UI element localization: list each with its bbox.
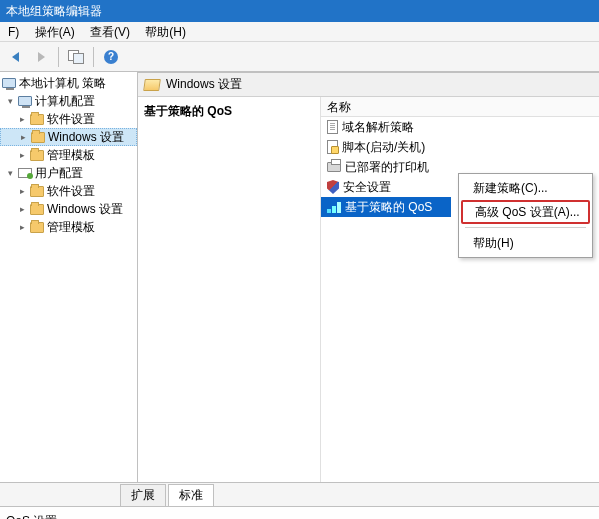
- tree-cc-windows[interactable]: ▸ Windows 设置: [0, 128, 137, 146]
- navigation-tree[interactable]: 本地计算机 策略 ▾ 计算机配置 ▸ 软件设置 ▸ Windows 设置 ▸ 管…: [0, 72, 138, 482]
- list-item-label: 脚本(启动/关机): [342, 139, 425, 156]
- tree-cc-software[interactable]: ▸ 软件设置: [0, 110, 137, 128]
- toolbar-panes-button[interactable]: [65, 46, 87, 68]
- folder-icon: [30, 150, 44, 161]
- tree-label: 管理模板: [47, 147, 95, 164]
- tree-cc-admin[interactable]: ▸ 管理模板: [0, 146, 137, 164]
- tree-label: Windows 设置: [47, 201, 123, 218]
- content-header-title: Windows 设置: [166, 76, 242, 93]
- toolbar-back-button[interactable]: [4, 46, 26, 68]
- folder-icon: [30, 186, 44, 197]
- help-icon: ?: [104, 50, 118, 64]
- tree-uc-windows[interactable]: ▸ Windows 设置: [0, 200, 137, 218]
- items-column: 名称 域名解析策略 脚本(启动/关机) 已部署的打印机 安全设置: [320, 97, 599, 482]
- script-icon: [327, 140, 338, 154]
- toolbar-help-button[interactable]: ?: [100, 46, 122, 68]
- computer-icon: [2, 78, 16, 88]
- menu-action[interactable]: 操作(A): [29, 22, 81, 42]
- menu-file[interactable]: F): [2, 22, 25, 42]
- menu-help[interactable]: 帮助(H): [139, 22, 192, 42]
- context-menu: 新建策略(C)... 高级 QoS 设置(A)... 帮助(H): [458, 173, 593, 258]
- tree-label: 软件设置: [47, 111, 95, 128]
- user-config-icon: [18, 168, 32, 178]
- list-item-label: 基于策略的 QoS: [345, 199, 432, 216]
- panes-icon: [68, 50, 84, 64]
- expander-icon[interactable]: ▸: [18, 205, 27, 214]
- arrow-forward-icon: [38, 52, 45, 62]
- toolbar: ?: [0, 42, 599, 72]
- ctx-advanced-qos[interactable]: 高级 QoS 设置(A)...: [461, 200, 590, 224]
- expander-icon[interactable]: ▸: [18, 115, 27, 124]
- tree-label: Windows 设置: [48, 129, 124, 146]
- list-item-scripts[interactable]: 脚本(启动/关机): [321, 137, 599, 157]
- ctx-new-policy[interactable]: 新建策略(C)...: [461, 176, 590, 200]
- expander-icon[interactable]: ▸: [19, 133, 28, 142]
- tab-standard[interactable]: 标准: [168, 484, 214, 506]
- folder-icon: [31, 132, 45, 143]
- tree-label: 软件设置: [47, 183, 95, 200]
- qos-icon: [327, 201, 341, 213]
- expander-icon[interactable]: ▸: [18, 223, 27, 232]
- list-item-qos[interactable]: 基于策略的 QoS: [321, 197, 451, 217]
- status-bar: QoS 设置: [0, 506, 599, 519]
- tree-uc-software[interactable]: ▸ 软件设置: [0, 182, 137, 200]
- menu-bar: F) 操作(A) 查看(V) 帮助(H): [0, 22, 599, 42]
- shield-icon: [327, 180, 339, 194]
- context-menu-separator: [465, 227, 586, 228]
- arrow-back-icon: [12, 52, 19, 62]
- printer-icon: [327, 162, 341, 172]
- ctx-help[interactable]: 帮助(H): [461, 231, 590, 255]
- toolbar-separator: [58, 47, 59, 67]
- content-pane: Windows 设置 基于策略的 QoS 名称 域名解析策略 脚本(启动/关机)…: [138, 72, 599, 482]
- tree-root[interactable]: 本地计算机 策略: [0, 74, 137, 92]
- tree-label: 计算机配置: [35, 93, 95, 110]
- tree-user-config[interactable]: ▾ 用户配置: [0, 164, 137, 182]
- tree-label: 用户配置: [35, 165, 83, 182]
- window-title: 本地组策略编辑器: [6, 4, 102, 18]
- tree-label: 本地计算机 策略: [19, 75, 106, 92]
- column-header-name[interactable]: 名称: [321, 97, 599, 117]
- menu-view[interactable]: 查看(V): [84, 22, 136, 42]
- expander-icon[interactable]: ▸: [18, 187, 27, 196]
- content-header: Windows 设置: [138, 73, 599, 97]
- folder-icon: [30, 114, 44, 125]
- policy-icon: [327, 120, 338, 134]
- selected-item-heading: 基于策略的 QoS: [144, 103, 314, 120]
- list-item-label: 已部署的打印机: [345, 159, 429, 176]
- tab-extended[interactable]: 扩展: [120, 484, 166, 506]
- tree-label: 管理模板: [47, 219, 95, 236]
- list-item-dns[interactable]: 域名解析策略: [321, 117, 599, 137]
- list-item-label: 安全设置: [343, 179, 391, 196]
- description-column: 基于策略的 QoS: [138, 97, 320, 482]
- toolbar-separator: [93, 47, 94, 67]
- expander-icon[interactable]: ▾: [6, 97, 15, 106]
- status-text: QoS 设置: [6, 514, 57, 519]
- list-item-label: 域名解析策略: [342, 119, 414, 136]
- folder-icon: [30, 222, 44, 233]
- toolbar-forward-button[interactable]: [30, 46, 52, 68]
- folder-open-icon: [143, 79, 161, 91]
- expander-icon[interactable]: ▾: [6, 169, 15, 178]
- computer-icon: [18, 96, 32, 106]
- expander-icon[interactable]: ▸: [18, 151, 27, 160]
- tabs-row: 扩展 标准: [0, 482, 599, 506]
- window-title-bar: 本地组策略编辑器: [0, 0, 599, 22]
- folder-icon: [30, 204, 44, 215]
- tree-uc-admin[interactable]: ▸ 管理模板: [0, 218, 137, 236]
- tree-computer-config[interactable]: ▾ 计算机配置: [0, 92, 137, 110]
